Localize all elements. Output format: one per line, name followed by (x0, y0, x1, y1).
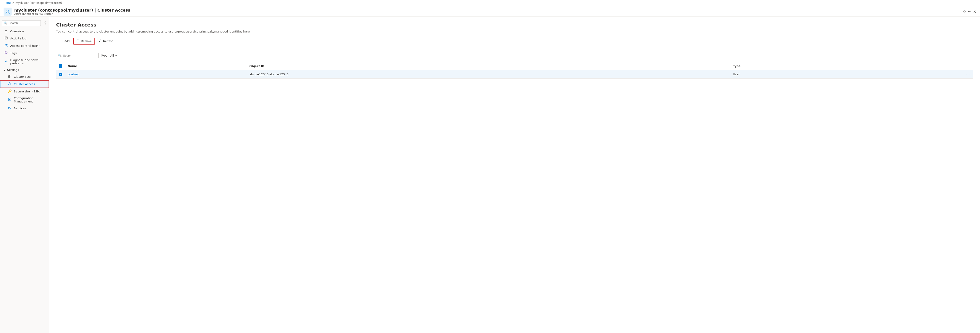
settings-section-header[interactable]: ∨ Settings (0, 67, 49, 73)
settings-section-label: Settings (7, 68, 19, 72)
sidebar-item-label: Overview (10, 30, 24, 33)
svg-point-12 (9, 83, 10, 84)
add-icon: + (59, 40, 61, 43)
sidebar-item-cluster-size[interactable]: Cluster size (0, 73, 49, 80)
type-filter-dropdown[interactable]: Type : All ▾ (99, 53, 119, 58)
row-checkbox[interactable]: ✓ (59, 73, 62, 76)
table-row: ✓ contoso abcde-12345-abcde-12345 User ·… (56, 70, 973, 79)
breadcrumb-home[interactable]: Home (3, 2, 11, 5)
svg-rect-20 (77, 40, 79, 42)
sidebar-item-label: Configuration Management (14, 96, 45, 103)
main-layout: 🔍 《 ⊙ Overview Activity log Access contr… (0, 17, 980, 333)
resource-icon (3, 8, 11, 16)
sidebar-search-container[interactable]: 🔍 (2, 20, 41, 26)
refresh-label: Refresh (103, 40, 113, 43)
breadcrumb: Home > mycluster (contosopool/mycluster) (0, 0, 980, 6)
sidebar-item-label: Services (14, 107, 26, 110)
config-mgmt-icon (8, 98, 11, 102)
sidebar-item-label: Cluster size (14, 75, 30, 78)
select-all-header[interactable]: ✓ (56, 62, 65, 70)
close-icon[interactable]: ✕ (973, 10, 977, 14)
tags-icon (4, 51, 8, 55)
table-search-icon: 🔍 (58, 54, 62, 57)
overview-icon: ⊙ (4, 29, 8, 33)
row-actions-cell[interactable]: ··· (870, 70, 973, 79)
header-actions: ☆ ··· ✕ (963, 10, 977, 14)
select-all-checkbox[interactable]: ✓ (59, 64, 62, 68)
add-label: + Add (62, 40, 70, 43)
sidebar-item-services[interactable]: Services (0, 105, 49, 112)
sidebar: 🔍 《 ⊙ Overview Activity log Access contr… (0, 17, 49, 333)
actions-column-header (870, 62, 973, 70)
cluster-access-icon (8, 82, 11, 86)
content-description: You can control access to the cluster en… (56, 30, 973, 33)
sidebar-item-tags[interactable]: Tags (0, 49, 49, 57)
ssh-icon: 🔑 (8, 89, 11, 93)
settings-chevron-icon: ∨ (3, 69, 5, 71)
refresh-icon (99, 39, 102, 43)
sidebar-item-label: Secure shell (SSH) (14, 90, 41, 93)
row-more-options-icon[interactable]: ··· (966, 73, 970, 76)
sidebar-search-input[interactable] (9, 21, 39, 25)
svg-point-19 (10, 107, 11, 108)
sidebar-item-label: Diagnose and solve problems (10, 58, 45, 65)
content-title: Cluster Access (56, 22, 973, 28)
breadcrumb-separator: > (12, 2, 14, 5)
remove-icon (76, 39, 80, 43)
row-name-link[interactable]: contoso (68, 73, 79, 76)
remove-button[interactable]: Remove (73, 38, 95, 45)
sidebar-item-label: Tags (10, 51, 17, 55)
refresh-button[interactable]: Refresh (96, 38, 116, 44)
remove-label: Remove (81, 40, 92, 43)
cluster-size-icon (8, 75, 11, 79)
sidebar-item-label: Access control (IAM) (10, 44, 40, 48)
breadcrumb-current: mycluster (contosopool/mycluster) (16, 2, 62, 5)
favorite-icon[interactable]: ☆ (963, 10, 966, 14)
type-filter-chevron-icon: ▾ (115, 54, 117, 57)
svg-rect-11 (8, 76, 10, 78)
sidebar-item-overview[interactable]: ⊙ Overview (0, 28, 49, 35)
table-header-row: ✓ Name Object ID Type (56, 62, 973, 70)
header-text: mycluster (contosopool/mycluster) | Clus… (14, 8, 960, 15)
type-column-header: Type (730, 62, 870, 70)
access-table: ✓ Name Object ID Type ✓ contoso abcde-12… (56, 62, 973, 79)
svg-point-8 (5, 61, 7, 62)
sidebar-item-access-control[interactable]: Access control (IAM) (0, 42, 49, 49)
sidebar-item-label: Activity log (10, 37, 27, 40)
table-search-container[interactable]: 🔍 (56, 53, 96, 58)
row-checkbox-cell[interactable]: ✓ (56, 70, 65, 79)
svg-point-18 (8, 107, 10, 108)
more-options-icon[interactable]: ··· (968, 10, 971, 14)
svg-rect-10 (10, 75, 11, 76)
sidebar-search-icon: 🔍 (4, 21, 7, 25)
sidebar-collapse-button[interactable]: 《 (41, 20, 47, 26)
activity-log-icon (4, 36, 8, 41)
table-header: ✓ Name Object ID Type (56, 62, 973, 70)
content-area: Cluster Access You can control access to… (49, 17, 980, 333)
type-filter-label: Type : All (101, 54, 114, 57)
sidebar-item-config-management[interactable]: Configuration Management (0, 95, 49, 105)
filter-bar: 🔍 Type : All ▾ (56, 53, 973, 58)
row-type-cell: User (730, 70, 870, 79)
sidebar-item-cluster-access[interactable]: Cluster Access (0, 80, 49, 88)
page-subtitle: Azure HDInsight on AKS cluster (14, 13, 960, 15)
svg-point-0 (7, 10, 8, 12)
add-button[interactable]: + + Add (56, 38, 72, 44)
toolbar: + + Add Remove Refresh (56, 38, 973, 45)
table-search-input[interactable] (63, 54, 94, 57)
name-column-header: Name (65, 62, 247, 70)
diagnose-icon (4, 60, 8, 64)
row-object-id-cell: abcde-12345-abcde-12345 (247, 70, 730, 79)
sidebar-item-label: Cluster Access (14, 83, 35, 86)
sidebar-item-diagnose[interactable]: Diagnose and solve problems (0, 57, 49, 67)
svg-rect-9 (8, 75, 10, 76)
page-title: mycluster (contosopool/mycluster) | Clus… (14, 8, 960, 13)
sidebar-item-activity-log[interactable]: Activity log (0, 35, 49, 42)
row-name-cell: contoso (65, 70, 247, 79)
iam-icon (4, 44, 8, 48)
object-id-column-header: Object ID (247, 62, 730, 70)
page-header: mycluster (contosopool/mycluster) | Clus… (0, 6, 980, 17)
svg-point-7 (5, 52, 6, 53)
services-icon (8, 106, 11, 110)
sidebar-item-secure-shell[interactable]: 🔑 Secure shell (SSH) (0, 88, 49, 95)
